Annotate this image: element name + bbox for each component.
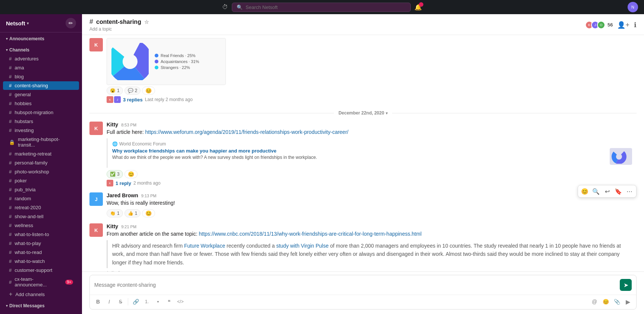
more-action-jared[interactable]: ⋯	[624, 186, 635, 197]
user-avatar[interactable]: N	[628, 2, 638, 12]
channel-content-sharing[interactable]: #content-sharing	[3, 81, 79, 90]
thread-time-kitty1: 2 months ago	[133, 180, 161, 186]
channel-star-icon[interactable]: ☆	[144, 19, 149, 25]
more-tools[interactable]: ▶	[623, 296, 633, 307]
emoji-action-jared[interactable]: 😊	[580, 186, 590, 197]
channel-adventures[interactable]: #adventures	[3, 54, 79, 63]
jared-author[interactable]: Jared Brown	[107, 192, 138, 198]
send-button[interactable]: ➤	[620, 279, 632, 291]
search-bar[interactable]: 🔍	[232, 3, 411, 12]
ordered-list-tool[interactable]: 1.	[142, 296, 152, 307]
channel-photo-workshop[interactable]: #photo-workshop	[3, 167, 79, 176]
preview-title-wef[interactable]: Why workplace friendships can make you h…	[112, 148, 605, 154]
channel-marketing-retreat[interactable]: #marketing-retreat	[3, 150, 79, 158]
channel-show-and-tell[interactable]: #show-and-tell	[3, 212, 79, 221]
channel-ama[interactable]: #ama	[3, 63, 79, 72]
workspace-name[interactable]: Netsoft ▾	[6, 20, 29, 26]
reply-action-jared[interactable]: ↩	[602, 186, 612, 197]
history-icon[interactable]: ⏱	[222, 4, 228, 10]
channels-section-header[interactable]: ▾ Channels	[0, 46, 82, 54]
direct-messages-header[interactable]: ▾ Direct Messages	[0, 302, 82, 310]
thread-reply-count-chart: 3 replies	[123, 97, 143, 103]
channel-what-to-watch[interactable]: #what-to-watch	[3, 257, 79, 266]
kitty-link-1[interactable]: https://www.weforum.org/agenda/2019/11/f…	[145, 129, 348, 135]
link-preview-wef: 🌐 World Economic Forum Why workplace fri…	[107, 138, 637, 168]
search-input[interactable]	[246, 4, 406, 10]
reaction-clap-jared[interactable]: 👏1	[107, 209, 123, 217]
quote-block-kitty2: HR advisory and research firm Future Wor…	[107, 240, 637, 268]
compose-button[interactable]: ✏	[66, 18, 76, 28]
reaction-check-kitty1[interactable]: ✅3	[107, 170, 123, 178]
input-area: ➤ B I S̶ 🔗 1. • ❝ </> @ 😊 📎 ▶	[82, 271, 644, 314]
link-tool[interactable]: 🔗	[130, 296, 141, 307]
reaction-wow[interactable]: 😮1	[107, 87, 123, 95]
message: K	[82, 35, 644, 106]
channel-pub-trivia[interactable]: #pub_trivia	[3, 185, 79, 194]
reactions-kitty-1: ✅3 😊	[107, 170, 637, 178]
channel-blog[interactable]: #blog	[3, 72, 79, 81]
at-mention-tool[interactable]: @	[589, 296, 600, 307]
channel-hubstars[interactable]: #hubstars	[3, 117, 79, 126]
channel-marketing-hubspot[interactable]: 🔒marketing-hubspot-transit...	[3, 135, 79, 149]
input-toolbar: B I S̶ 🔗 1. • ❝ </> @ 😊 📎 ▶	[90, 295, 636, 309]
channel-what-to-listen-to[interactable]: #what-to-listen-to	[3, 230, 79, 239]
reaction-add-chart[interactable]: 😊	[142, 87, 155, 95]
attachment-tool[interactable]: 📎	[612, 296, 622, 307]
message-input[interactable]	[94, 282, 620, 288]
reaction-thumbsup-jared[interactable]: 👍1	[124, 209, 141, 217]
reaction-add-jared[interactable]: 😊	[142, 209, 155, 217]
sidebar: Netsoft ▾ ✏ ▾ Announcements ▾ Channels #…	[0, 14, 82, 314]
thread-reply-chart[interactable]: K J 3 replies Last reply 2 months ago	[107, 96, 637, 103]
reaction-dots[interactable]: 💬2	[124, 87, 141, 95]
kitty-author-2[interactable]: Kitty	[107, 223, 118, 229]
channel-customer-support[interactable]: #customer-support	[3, 266, 79, 274]
jared-text: Wow, this is really interesting!	[107, 199, 637, 207]
bold-tool[interactable]: B	[93, 296, 103, 307]
date-divider-dec22[interactable]: December 22nd, 2020 ▾	[82, 106, 644, 120]
channel-general[interactable]: #general	[3, 90, 79, 99]
messages-area: K	[82, 35, 644, 271]
channel-hobbies[interactable]: #hobbies	[3, 99, 79, 108]
channel-header: # content-sharing ☆ Add a topic K J O 56…	[82, 14, 644, 35]
emoji-tool[interactable]: 😊	[600, 296, 611, 307]
kitty-link-2[interactable]: https://www.cnbc.com/2018/11/13/why-work…	[199, 231, 422, 237]
channel-poker[interactable]: #poker	[3, 176, 79, 185]
quote-tool[interactable]: ❝	[164, 296, 174, 307]
search-action-jared[interactable]: 🔍	[591, 186, 601, 197]
channel-cx-team[interactable]: #cx-team-announceme... 9+	[3, 275, 79, 289]
kitty-avatar-2: K	[89, 223, 103, 237]
preview-source-wef: World Economic Forum	[119, 141, 166, 147]
announcements-section-header[interactable]: ▾ Announcements	[0, 35, 82, 43]
code-tool[interactable]: </>	[175, 296, 186, 307]
channel-random[interactable]: #random	[3, 194, 79, 203]
thread-count-kitty1: 1 reply	[116, 180, 131, 186]
activity-icon[interactable]: 🔔	[414, 4, 422, 11]
virgin-pulse-link[interactable]: study with Virgin Pulse	[276, 243, 329, 249]
info-icon[interactable]: ℹ	[634, 21, 637, 29]
channel-retreat-2020[interactable]: #retreat-2020	[3, 203, 79, 212]
channel-title: content-sharing	[96, 19, 141, 25]
bookmark-action-jared[interactable]: 🔖	[613, 186, 624, 197]
kitty-author-1[interactable]: Kitty	[107, 122, 118, 128]
channel-what-to-read[interactable]: #what-to-read	[3, 248, 79, 257]
channel-hubspot-migration[interactable]: #hubspot-migration	[3, 108, 79, 117]
input-box: ➤ B I S̶ 🔗 1. • ❝ </> @ 😊 📎 ▶	[89, 275, 637, 310]
channel-what-to-play[interactable]: #what-to-play	[3, 239, 79, 248]
strikethrough-tool[interactable]: S̶	[115, 296, 126, 307]
kitty-avatar: K	[89, 122, 103, 135]
italic-tool[interactable]: I	[104, 296, 114, 307]
thread-reply-time-chart: Last reply 2 months ago	[145, 97, 193, 102]
member-count[interactable]: 56	[607, 22, 613, 28]
kitty-time-2: 9:21 PM	[121, 224, 136, 229]
channel-topic[interactable]: Add a topic	[89, 26, 149, 32]
reaction-add-kitty1[interactable]: 😊	[124, 170, 138, 178]
channel-wellness[interactable]: #wellness	[3, 221, 79, 230]
thread-reply-kitty1[interactable]: K 1 reply 2 months ago	[107, 180, 637, 186]
channel-personal-family[interactable]: #personal-family	[3, 158, 79, 167]
channel-investing[interactable]: #investing	[3, 126, 79, 135]
add-member-icon[interactable]: 👤+	[617, 21, 629, 29]
legend-real-friends: Real Friends · 25%	[161, 53, 196, 58]
add-channels[interactable]: + Add channels	[3, 289, 79, 299]
bullet-list-tool[interactable]: •	[153, 296, 163, 307]
future-workplace-link[interactable]: Future Workplace	[184, 243, 225, 249]
